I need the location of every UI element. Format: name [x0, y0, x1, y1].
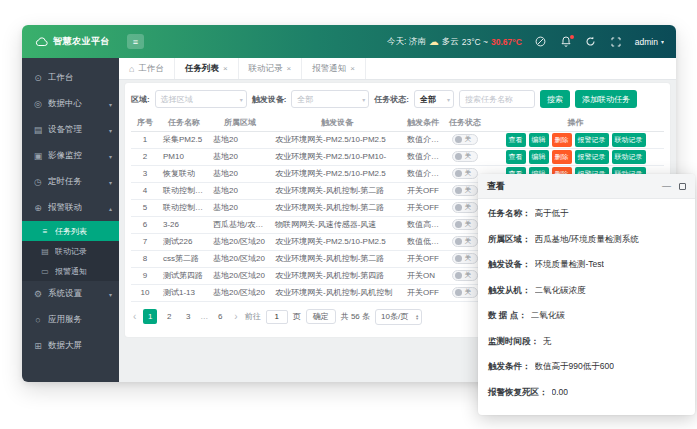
delete-button[interactable]: 删除: [552, 150, 572, 164]
goto-label: 前往: [245, 311, 261, 322]
status-toggle[interactable]: 关: [452, 185, 478, 196]
field-trigger-device: 触发设备：环境质量检测-Test: [488, 259, 685, 271]
weather-desc: 多云: [442, 36, 459, 48]
page-number[interactable]: 3: [181, 309, 195, 324]
cell-seq: 5: [131, 199, 159, 216]
status-toggle[interactable]: 关: [452, 168, 478, 179]
status-toggle[interactable]: 关: [452, 151, 478, 162]
status-toggle[interactable]: 关: [452, 202, 478, 213]
confirm-button[interactable]: 确定: [306, 309, 336, 324]
weather-city: 今天: 济南: [387, 36, 426, 48]
cell-condition: 开关ON: [403, 267, 443, 284]
view-button[interactable]: 查看: [506, 133, 526, 147]
cell-task-name: 测试226: [159, 233, 209, 250]
sidebar-item-workbench[interactable]: ⊙工作台: [22, 65, 119, 91]
tab-linkage-records[interactable]: 联动记录×: [239, 58, 303, 79]
sidebar-subitem-label: 任务列表: [55, 226, 119, 237]
sidebar-item-alarm-linkage[interactable]: ⊕报警联动▴: [22, 195, 119, 221]
delete-button[interactable]: 删除: [552, 133, 572, 147]
tab-bar: ⌂工作台任务列表×联动记录×报警通知×: [119, 58, 676, 80]
sidebar-item-app-services[interactable]: ○应用服务: [22, 307, 119, 333]
sidebar-item-data-screen[interactable]: ⊞数据大屏: [22, 333, 119, 359]
toggle-knob: [455, 204, 462, 211]
view-dialog-controls: —: [662, 182, 686, 191]
alarm-records-button[interactable]: 报警记录: [575, 150, 609, 164]
add-linkage-task-button[interactable]: 添加联动任务: [575, 90, 637, 108]
cell-condition: 数值低于…: [403, 233, 443, 250]
toggle-off-label: 关: [465, 135, 472, 144]
toggle-knob: [455, 238, 462, 245]
edit-button[interactable]: 编辑: [529, 150, 549, 164]
status-select[interactable]: 全部 ▾: [414, 90, 454, 108]
fullscreen-icon[interactable]: [610, 36, 622, 48]
cell-device: 农业环境网关-风机控制-第四路: [271, 267, 403, 284]
region-select[interactable]: 选择区域 ▾: [155, 90, 247, 108]
status-filter-label: 任务状态:: [374, 94, 409, 105]
guide-icon[interactable]: [535, 36, 547, 48]
page-number[interactable]: 6: [213, 309, 227, 324]
field-recover-deadzone: 报警恢复死区：0.00: [488, 387, 685, 399]
tab-workbench[interactable]: ⌂工作台: [119, 58, 175, 79]
cell-seq: 9: [131, 267, 159, 284]
cell-task-name: 联动控制…: [159, 199, 209, 216]
status-toggle[interactable]: 关: [452, 134, 478, 145]
page-number[interactable]: 1: [143, 309, 157, 324]
minimize-icon[interactable]: —: [662, 182, 671, 191]
maximize-icon[interactable]: [679, 183, 686, 190]
edit-button[interactable]: 编辑: [529, 133, 549, 147]
sidebar-subitem-alarm-notice[interactable]: ▭报警通知: [22, 261, 119, 281]
user-menu[interactable]: admin ▾: [635, 37, 664, 47]
screen-icon: ⊞: [33, 341, 43, 351]
notification-bell-icon[interactable]: [560, 36, 572, 48]
device-select[interactable]: 全部 ▾: [291, 90, 369, 108]
tab-task-list[interactable]: 任务列表×: [175, 58, 239, 79]
sidebar-subitem-linkage-records[interactable]: ▤联动记录: [22, 241, 119, 261]
page-size-select[interactable]: 10条/页▴▾: [375, 309, 422, 325]
linkage-records-button[interactable]: 联动记录: [612, 150, 646, 164]
status-toggle[interactable]: 关: [452, 219, 478, 230]
tab-alarm-notice[interactable]: 报警通知×: [302, 58, 366, 79]
close-icon[interactable]: ×: [350, 64, 355, 73]
next-page-icon[interactable]: ›: [232, 311, 239, 322]
refresh-icon[interactable]: [585, 36, 597, 48]
status-toggle[interactable]: 关: [452, 270, 478, 281]
field-label: 所属区域：: [488, 234, 531, 246]
sidebar-item-label: 设备管理: [48, 124, 104, 136]
status-toggle[interactable]: 关: [452, 236, 478, 247]
close-icon[interactable]: ×: [287, 64, 292, 73]
sidebar-item-scheduled-tasks[interactable]: ◷定时任务▾: [22, 169, 119, 195]
app-header: 智慧农业平台 ≡ 今天: 济南 ☁ 多云 23°C ~ 30.67°C: [22, 25, 676, 58]
sidebar-subitem-task-list[interactable]: ≡任务列表: [22, 221, 119, 241]
sidebar-item-system-settings[interactable]: ⚙系统设置▾: [22, 281, 119, 307]
search-input[interactable]: [459, 90, 535, 108]
sidebar-item-device-mgmt[interactable]: ▤设备管理▾: [22, 117, 119, 143]
row-actions: 查看编辑删除报警记录联动记录: [491, 150, 660, 164]
chevron-down-icon: ▾: [447, 96, 450, 103]
page-number[interactable]: 2: [162, 309, 176, 324]
filter-bar: 区域: 选择区域 ▾ 触发设备: 全部 ▾ 任务状态:: [131, 89, 664, 109]
cell-device: 农业环境网关-PM2.5/10-PM10-: [271, 148, 403, 165]
sidebar-collapse-button[interactable]: ≡: [127, 34, 144, 49]
status-toggle[interactable]: 关: [452, 253, 478, 264]
sidebar-item-video-monitor[interactable]: ▣影像监控▾: [22, 143, 119, 169]
toggle-off-label: 关: [465, 203, 472, 212]
close-icon[interactable]: ×: [223, 64, 228, 73]
region-select-placeholder: 选择区域: [161, 94, 193, 105]
cell-region: 基地20/区域20: [209, 233, 271, 250]
cell-condition: 数值介于…: [403, 148, 443, 165]
chevron-down-icon: ▾: [362, 96, 365, 103]
device-filter-label: 触发设备:: [252, 94, 287, 105]
view-button[interactable]: 查看: [506, 150, 526, 164]
sidebar-item-data-center[interactable]: ◎数据中心▾: [22, 91, 119, 117]
goto-page-input[interactable]: [266, 310, 288, 324]
linkage-records-button[interactable]: 联动记录: [612, 133, 646, 147]
caret-down-icon: ▾: [416, 317, 418, 321]
prev-page-icon[interactable]: ‹: [131, 311, 138, 322]
status-toggle[interactable]: 关: [452, 287, 478, 298]
cell-region: 基地20/区域20: [209, 284, 271, 301]
cell-seq: 7: [131, 233, 159, 250]
sidebar-item-label: 系统设置: [48, 288, 104, 300]
alarm-records-button[interactable]: 报警记录: [575, 133, 609, 147]
search-button[interactable]: 搜索: [540, 90, 570, 108]
cell-device: 农业环境网关-风机控制-风机控制: [271, 284, 403, 301]
